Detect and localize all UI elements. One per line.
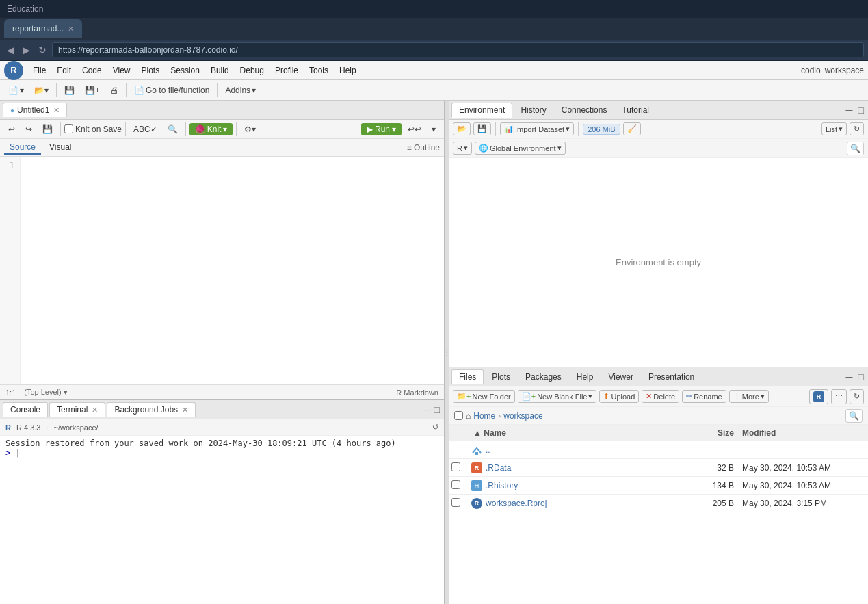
console-minimize-btn[interactable]: ─	[422, 404, 432, 415]
tab-presentation[interactable]: Presentation	[642, 370, 701, 384]
tab-plots[interactable]: Plots	[485, 370, 517, 384]
source-options-btn[interactable]: ▾	[428, 122, 440, 136]
code-area[interactable]	[21, 157, 444, 384]
header-name[interactable]: ▲ Name	[471, 428, 687, 438]
background-jobs-tab[interactable]: Background Jobs ✕	[107, 402, 196, 417]
run-btn[interactable]: ▶ Run ▾	[361, 123, 402, 135]
delete-btn[interactable]: ✕ Delete	[642, 390, 679, 403]
menu-plots[interactable]: Plots	[136, 64, 166, 77]
upload-btn[interactable]: ⬆ Upload	[599, 390, 639, 403]
row-check-rhistory[interactable]	[451, 480, 471, 491]
goto-file-btn[interactable]: 📄 Go to file/function	[130, 83, 213, 97]
files-search[interactable]: 🔍	[845, 409, 863, 423]
tab-environment[interactable]: Environment	[451, 103, 512, 118]
menu-debug[interactable]: Debug	[235, 64, 269, 77]
file-checkbox-rproj[interactable]	[451, 498, 460, 507]
env-maximize-btn[interactable]: □	[857, 105, 865, 116]
file-link-rdata[interactable]: R .RData	[471, 462, 687, 474]
memory-badge[interactable]: 206 MiB	[583, 124, 620, 135]
open-file-btn[interactable]: 📂▾	[30, 83, 53, 97]
r-home-btn[interactable]: R	[809, 389, 828, 404]
env-load-btn[interactable]: 📂	[453, 122, 471, 135]
path-workspace[interactable]: workspace	[503, 411, 542, 421]
menu-file[interactable]: File	[27, 64, 51, 77]
outline-btn[interactable]: ≡ Outline	[407, 143, 440, 153]
console-body[interactable]: Session restored from your saved work on…	[0, 436, 444, 604]
table-row[interactable]: ..	[449, 441, 868, 459]
file-link-rproj[interactable]: R workspace.Rproj	[471, 497, 687, 510]
tab-tutorial[interactable]: Tutorial	[615, 103, 656, 117]
knit-on-save-checkbox[interactable]	[64, 124, 73, 133]
new-folder-btn[interactable]: 📁+ New Folder	[453, 390, 515, 403]
row-check-rproj[interactable]	[451, 498, 471, 509]
menu-profile[interactable]: Profile	[269, 64, 304, 77]
header-modified[interactable]: Modified	[742, 428, 865, 438]
settings-btn[interactable]: ⚙▾	[240, 122, 260, 136]
browser-tab[interactable]: reportarmad... ✕	[4, 19, 82, 38]
console-maximize-btn[interactable]: □	[433, 404, 441, 415]
rename-btn[interactable]: ✏ Rename	[682, 390, 726, 403]
import-dataset-btn[interactable]: 📊 Import Dataset ▾	[500, 122, 574, 135]
list-view-btn[interactable]: List ▾	[821, 122, 847, 135]
editor-tab-untitled1[interactable]: ● Untitled1 ✕	[3, 103, 67, 117]
env-search[interactable]: 🔍	[847, 142, 864, 155]
table-row[interactable]: H .Rhistory 134 B May 30, 2024, 10:53 AM	[449, 477, 868, 495]
menu-tools[interactable]: Tools	[304, 64, 334, 77]
addins-btn[interactable]: Addins ▾	[221, 83, 260, 97]
visual-tab[interactable]: Visual	[44, 141, 77, 155]
files-maximize-btn[interactable]: □	[857, 371, 865, 382]
tab-viewer[interactable]: Viewer	[601, 370, 640, 384]
tab-packages[interactable]: Packages	[518, 370, 568, 384]
save-btn[interactable]: 💾	[60, 83, 79, 97]
tab-close-icon[interactable]: ✕	[68, 25, 74, 34]
terminal-close-icon[interactable]: ✕	[92, 406, 98, 415]
select-all-checkbox[interactable]	[454, 411, 463, 420]
menu-view[interactable]: View	[107, 64, 136, 77]
files-refresh-btn[interactable]: ↻	[850, 389, 864, 404]
row-check-rdata[interactable]	[451, 462, 471, 473]
spell-check-btn[interactable]: ABC✓	[129, 122, 161, 136]
nav-forward-btn[interactable]: ▶	[20, 43, 33, 57]
source-btn[interactable]: ↩↩	[404, 122, 425, 136]
env-save-btn[interactable]: 💾	[473, 122, 491, 135]
menu-session[interactable]: Session	[165, 64, 205, 77]
table-row[interactable]: R workspace.Rproj 205 B May 30, 2024, 3:…	[449, 495, 868, 512]
nav-back-btn[interactable]: ◀	[4, 43, 17, 57]
console-tab[interactable]: Console	[3, 402, 48, 417]
more-btn[interactable]: ⋮ More ▾	[729, 390, 769, 403]
clear-env-btn[interactable]: 🧹	[623, 122, 641, 135]
tab-help[interactable]: Help	[570, 370, 601, 384]
menu-help[interactable]: Help	[334, 64, 362, 77]
file-checkbox-rhistory[interactable]	[451, 480, 460, 489]
new-file-btn[interactable]: 📄▾	[4, 83, 28, 97]
file-checkbox-rdata[interactable]	[451, 462, 460, 471]
files-more-btn[interactable]: ⋯	[831, 389, 847, 404]
global-env-btn[interactable]: 🌐 Global Environment ▾	[475, 142, 566, 155]
menu-edit[interactable]: Edit	[51, 64, 77, 77]
tab-history[interactable]: History	[514, 103, 553, 117]
env-minimize-btn[interactable]: ─	[845, 105, 854, 116]
path-home[interactable]: Home	[473, 411, 495, 421]
nav-refresh-btn[interactable]: ↻	[36, 43, 49, 57]
save-doc-btn[interactable]: 💾	[38, 122, 57, 136]
r-scope-btn[interactable]: R ▾	[453, 142, 472, 155]
find-btn[interactable]: 🔍	[163, 122, 182, 136]
file-link-rhistory[interactable]: H .Rhistory	[471, 480, 687, 492]
file-link-up[interactable]: ..	[471, 444, 865, 456]
knit-btn[interactable]: 🧶 Knit ▾	[189, 123, 233, 135]
tab-files[interactable]: Files	[451, 369, 484, 384]
menu-build[interactable]: Build	[205, 64, 235, 77]
new-blank-file-btn[interactable]: 📄+ New Blank File ▾	[518, 390, 597, 403]
menu-code[interactable]: Code	[77, 64, 107, 77]
undo-btn[interactable]: ↩	[4, 122, 19, 136]
table-row[interactable]: R .RData 32 B May 30, 2024, 10:53 AM	[449, 459, 868, 477]
files-minimize-btn[interactable]: ─	[845, 371, 854, 382]
terminal-tab[interactable]: Terminal ✕	[49, 402, 105, 417]
bg-jobs-close-icon[interactable]: ✕	[182, 406, 188, 415]
source-tab[interactable]: Source	[4, 141, 41, 155]
print-btn[interactable]: 🖨	[106, 83, 122, 97]
header-size[interactable]: Size	[687, 428, 742, 438]
url-bar[interactable]	[52, 42, 864, 57]
console-clear-btn[interactable]: ↺	[432, 423, 438, 432]
redo-btn[interactable]: ↪	[21, 122, 36, 136]
